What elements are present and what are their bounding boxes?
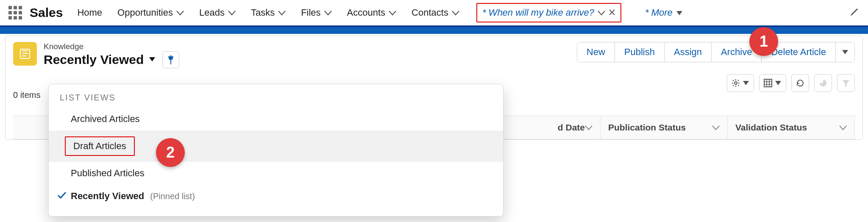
nav-more-label: * More	[645, 7, 673, 18]
display-as-table-button[interactable]	[759, 74, 786, 92]
nav-item-label: Opportunities	[117, 7, 173, 18]
check-icon	[57, 191, 67, 202]
list-view-settings-gear[interactable]	[727, 74, 754, 92]
svg-rect-2	[764, 79, 772, 87]
page-action-buttons: New Publish Assign Archive Delete Articl…	[577, 42, 855, 62]
nav-item-label: Leads	[199, 7, 225, 18]
callout-number: 2	[166, 144, 175, 161]
callout-highlight-box: Draft Articles	[65, 136, 135, 156]
global-nav: Sales Home Opportunities Leads Tasks Fil…	[0, 0, 868, 27]
nav-tab-active-article[interactable]: * When will my bike arrive?	[476, 3, 621, 22]
chevron-down-icon[interactable]	[278, 7, 286, 18]
list-view-switcher-caret-icon[interactable]	[149, 56, 156, 64]
callout-badge-1: 1	[749, 27, 778, 56]
chevron-down-icon[interactable]	[839, 122, 847, 133]
close-icon[interactable]	[609, 7, 615, 18]
chevron-down-icon[interactable]	[176, 7, 184, 18]
knowledge-object-icon	[13, 42, 37, 66]
app-name-label: Sales	[30, 6, 63, 20]
nav-items: Home Opportunities Leads Tasks Files Acc…	[77, 3, 849, 22]
items-count-label: 0 items	[13, 90, 40, 100]
button-label: New	[587, 47, 605, 57]
more-actions-caret[interactable]	[836, 42, 854, 62]
list-view-title: Recently Viewed	[44, 53, 144, 67]
callout-badge-2: 2	[156, 138, 185, 167]
table-header-publication-status[interactable]: Publication Status	[601, 116, 728, 139]
column-label: Validation Status	[735, 122, 807, 133]
button-label: Archive	[721, 47, 752, 57]
list-view-option-published[interactable]: Published Articles	[49, 162, 503, 185]
nav-item-label: Contacts	[412, 7, 448, 18]
chevron-down-icon[interactable]	[585, 122, 593, 133]
object-heading: Knowledge Recently Viewed	[44, 42, 179, 68]
triangle-down-icon	[676, 7, 683, 18]
column-label: Publication Status	[608, 122, 686, 133]
button-label: Publish	[624, 47, 655, 57]
nav-accounts[interactable]: Accounts	[347, 7, 397, 18]
callout-number: 1	[760, 33, 768, 50]
nav-home[interactable]: Home	[77, 7, 102, 18]
nav-item-label: Tasks	[251, 7, 275, 18]
list-view-option-label: Published Articles	[71, 168, 145, 179]
chevron-down-icon[interactable]	[712, 122, 720, 133]
chevron-down-icon[interactable]	[228, 7, 236, 18]
chevron-down-icon[interactable]	[324, 7, 332, 18]
svg-point-1	[734, 82, 737, 84]
filter-button-disabled	[837, 74, 855, 92]
nav-files[interactable]: Files	[301, 7, 331, 18]
card-header: Knowledge Recently Viewed New Publish As…	[13, 42, 855, 68]
refresh-button[interactable]	[791, 74, 809, 92]
button-label: Assign	[674, 47, 702, 57]
nav-item-label: Files	[301, 7, 320, 18]
column-label: d Date	[558, 122, 585, 133]
list-view-option-label: Archived Articles	[71, 114, 140, 125]
button-label: Delete Article	[771, 47, 826, 57]
list-view-option-archived[interactable]: Archived Articles	[49, 108, 503, 130]
table-header-validation-status[interactable]: Validation Status	[728, 116, 855, 139]
app-launcher-icon[interactable]	[8, 6, 22, 19]
publish-button[interactable]: Publish	[615, 42, 665, 62]
list-view-title-row: Recently Viewed	[44, 51, 179, 68]
nav-item-label: Home	[77, 7, 102, 18]
nav-opportunities[interactable]: Opportunities	[117, 7, 184, 18]
edit-nav-pencil-icon[interactable]	[849, 7, 860, 19]
chevron-down-icon[interactable]	[598, 7, 605, 18]
list-view-dropdown-heading: LIST VIEWS	[49, 90, 503, 108]
pin-list-view-button[interactable]	[162, 51, 179, 68]
assign-button[interactable]: Assign	[665, 42, 712, 62]
nav-leads[interactable]: Leads	[199, 7, 236, 18]
new-button[interactable]: New	[577, 42, 615, 62]
chevron-down-icon[interactable]	[389, 7, 396, 18]
decorative-band	[0, 27, 868, 34]
list-view-option-recently-viewed[interactable]: Recently Viewed (Pinned list)	[49, 185, 503, 208]
object-label: Knowledge	[44, 42, 179, 51]
list-view-option-label: Recently Viewed	[71, 191, 144, 202]
list-view-dropdown: LIST VIEWS Archived Articles Draft Artic…	[48, 84, 504, 216]
chart-button-disabled	[814, 74, 832, 92]
nav-item-label: Accounts	[347, 7, 386, 18]
nav-more-overflow[interactable]: * More	[637, 7, 691, 18]
nav-contacts[interactable]: Contacts	[412, 7, 459, 18]
list-view-option-draft[interactable]: Draft Articles	[49, 130, 503, 162]
chevron-down-icon[interactable]	[452, 7, 459, 18]
nav-tasks[interactable]: Tasks	[251, 7, 286, 18]
nav-tab-label: * When will my bike arrive?	[482, 7, 594, 18]
list-view-option-suffix: (Pinned list)	[150, 191, 195, 201]
list-view-option-label: Draft Articles	[73, 141, 126, 151]
